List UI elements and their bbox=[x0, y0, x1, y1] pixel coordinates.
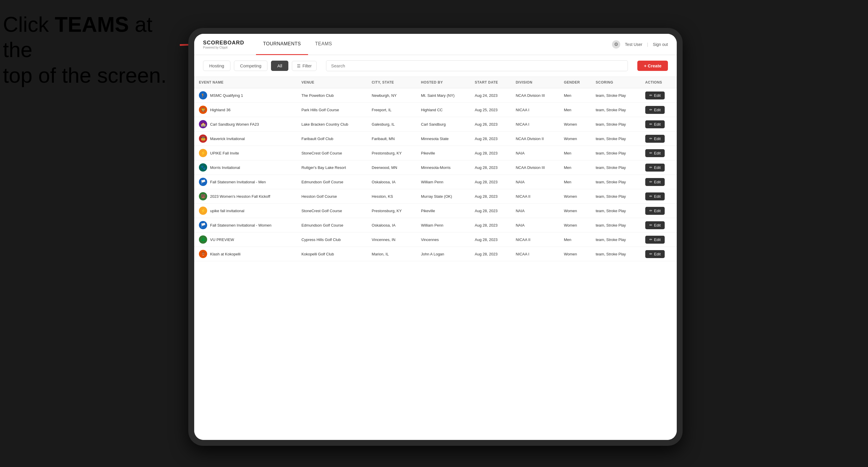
cell-actions: ✏ Edit bbox=[641, 117, 677, 131]
cell-division: NCAA Division II bbox=[511, 131, 559, 146]
edit-label: Edit bbox=[654, 180, 660, 184]
cell-scoring: team, Stroke Play bbox=[591, 146, 640, 160]
event-icon: 🐻 bbox=[199, 192, 207, 200]
cell-hosted-by: John A Logan bbox=[416, 247, 470, 261]
edit-button[interactable]: ✏ Edit bbox=[645, 178, 665, 186]
cell-event-name: 🏳️ Fall Statesmen Invitational - Women bbox=[194, 218, 297, 232]
main-content: Hosting Competing All ☰ Filter + Create bbox=[194, 55, 677, 440]
filter-icon-btn[interactable]: ☰ Filter bbox=[292, 61, 317, 71]
create-btn[interactable]: + Create bbox=[637, 61, 668, 71]
logo-title: SCOREBOARD bbox=[203, 40, 244, 46]
edit-button[interactable]: ✏ Edit bbox=[645, 192, 665, 200]
edit-label: Edit bbox=[654, 136, 660, 141]
cell-division: NCAA Division III bbox=[511, 160, 559, 175]
cell-venue: The Powelton Club bbox=[297, 88, 367, 103]
cell-event-name: 🦁 Highland 36 bbox=[194, 103, 297, 117]
cell-start-date: Aug 28, 2023 bbox=[470, 247, 511, 261]
edit-button[interactable]: ✏ Edit bbox=[645, 106, 665, 114]
nav-teams[interactable]: TEAMS bbox=[308, 34, 339, 55]
pencil-icon: ✏ bbox=[649, 108, 652, 112]
edit-button[interactable]: ✏ Edit bbox=[645, 164, 665, 172]
col-hosted-by: HOSTED BY bbox=[416, 77, 470, 88]
cell-scoring: team, Stroke Play bbox=[591, 247, 640, 261]
search-input[interactable] bbox=[326, 60, 628, 71]
edit-button[interactable]: ✏ Edit bbox=[645, 120, 665, 128]
col-division: DIVISION bbox=[511, 77, 559, 88]
cell-scoring: team, Stroke Play bbox=[591, 189, 640, 204]
pencil-icon: ✏ bbox=[649, 122, 652, 126]
edit-button[interactable]: ✏ Edit bbox=[645, 92, 665, 99]
nav-right: ⚙ Test User | Sign out bbox=[612, 40, 668, 49]
pencil-icon: ✏ bbox=[649, 238, 652, 242]
edit-label: Edit bbox=[654, 252, 660, 256]
cell-hosted-by: Carl Sandburg bbox=[416, 117, 470, 131]
cell-city-state: Newburgh, NY bbox=[367, 88, 416, 103]
cell-event-name: 🏌️ MSMC Qualifying 1 bbox=[194, 88, 297, 103]
user-label: Test User bbox=[625, 42, 642, 47]
cell-start-date: Aug 28, 2023 bbox=[470, 146, 511, 160]
cell-start-date: Aug 28, 2023 bbox=[470, 131, 511, 146]
cell-division: NCAA Division III bbox=[511, 88, 559, 103]
event-icon: 🐾 bbox=[199, 163, 207, 172]
cell-hosted-by: Pikeville bbox=[416, 204, 470, 218]
cell-venue: Kokopelli Golf Club bbox=[297, 247, 367, 261]
settings-icon[interactable]: ⚙ bbox=[612, 40, 620, 49]
cell-division: NICAA I bbox=[511, 103, 559, 117]
event-name: Maverick Invitational bbox=[210, 136, 245, 141]
logo-sub: Powered by Clippit bbox=[203, 46, 244, 49]
event-name: Morris Invitational bbox=[210, 165, 240, 170]
signout-link[interactable]: Sign out bbox=[653, 42, 668, 47]
edit-button[interactable]: ✏ Edit bbox=[645, 207, 665, 215]
competing-filter-btn[interactable]: Competing bbox=[234, 61, 268, 71]
cell-event-name: 🐻 2023 Women's Hesston Fall Kickoff bbox=[194, 189, 297, 204]
cell-hosted-by: Minnesota State bbox=[416, 131, 470, 146]
cell-scoring: team, Stroke Play bbox=[591, 88, 640, 103]
cell-gender: Women bbox=[559, 189, 591, 204]
cell-scoring: team, Stroke Play bbox=[591, 160, 640, 175]
cell-actions: ✏ Edit bbox=[641, 218, 677, 232]
cell-start-date: Aug 26, 2023 bbox=[470, 117, 511, 131]
edit-button[interactable]: ✏ Edit bbox=[645, 149, 665, 157]
cell-hosted-by: Murray State (OK) bbox=[416, 189, 470, 204]
cell-gender: Men bbox=[559, 146, 591, 160]
cell-event-name: 🏫 Carl Sandburg Women FA23 bbox=[194, 117, 297, 131]
table-row: ⚡ upike fall invitational StoneCrest Gol… bbox=[194, 204, 677, 218]
edit-button[interactable]: ✏ Edit bbox=[645, 135, 665, 143]
all-filter-btn[interactable]: All bbox=[271, 61, 288, 71]
cell-venue: Edmundson Golf Course bbox=[297, 175, 367, 189]
cell-event-name: ⚡ upike fall invitational bbox=[194, 204, 297, 218]
col-scoring: SCORING bbox=[591, 77, 640, 88]
nav-links: TOURNAMENTS TEAMS bbox=[256, 34, 612, 55]
edit-label: Edit bbox=[654, 223, 660, 227]
cell-hosted-by: Pikeville bbox=[416, 146, 470, 160]
cell-event-name: ⚡ UPIKE Fall Invite bbox=[194, 146, 297, 160]
cell-division: NAIA bbox=[511, 146, 559, 160]
cell-hosted-by: Vincennes bbox=[416, 232, 470, 247]
edit-button[interactable]: ✏ Edit bbox=[645, 250, 665, 258]
cell-gender: Men bbox=[559, 88, 591, 103]
edit-button[interactable]: ✏ Edit bbox=[645, 236, 665, 244]
col-start-date: START DATE bbox=[470, 77, 511, 88]
edit-button[interactable]: ✏ Edit bbox=[645, 221, 665, 229]
hosting-filter-btn[interactable]: Hosting bbox=[203, 61, 230, 71]
cell-start-date: Aug 28, 2023 bbox=[470, 218, 511, 232]
cell-event-name: 🏺 Klash at Kokopelli bbox=[194, 247, 297, 261]
table-container: EVENT NAME VENUE CITY, STATE HOSTED BY S… bbox=[194, 77, 677, 440]
edit-label: Edit bbox=[654, 194, 660, 199]
table-row: 🐾 Morris Invitational Ruttger's Bay Lake… bbox=[194, 160, 677, 175]
col-venue: VENUE bbox=[297, 77, 367, 88]
event-icon: 🏺 bbox=[199, 250, 207, 258]
cell-city-state: Marion, IL bbox=[367, 247, 416, 261]
table-header: EVENT NAME VENUE CITY, STATE HOSTED BY S… bbox=[194, 77, 677, 88]
cell-venue: Cypress Hills Golf Club bbox=[297, 232, 367, 247]
pencil-icon: ✏ bbox=[649, 93, 652, 97]
nav-tournaments[interactable]: TOURNAMENTS bbox=[256, 34, 308, 55]
cell-gender: Women bbox=[559, 204, 591, 218]
cell-venue: Faribault Golf Club bbox=[297, 131, 367, 146]
edit-label: Edit bbox=[654, 122, 660, 127]
table-row: 🏫 Carl Sandburg Women FA23 Lake Bracken … bbox=[194, 117, 677, 131]
event-icon: 🌲 bbox=[199, 236, 207, 244]
cell-city-state: Faribault, MN bbox=[367, 131, 416, 146]
cell-start-date: Aug 25, 2023 bbox=[470, 103, 511, 117]
cell-city-state: Oskaloosa, IA bbox=[367, 175, 416, 189]
